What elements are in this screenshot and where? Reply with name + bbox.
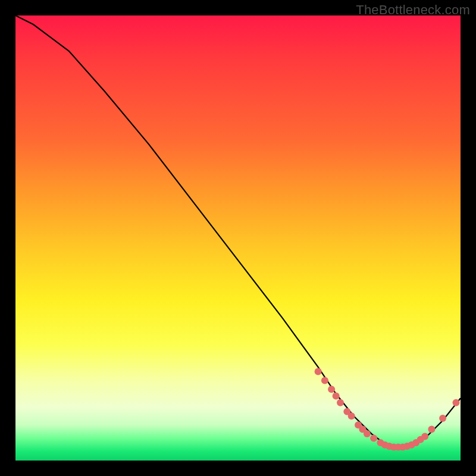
data-marker bbox=[337, 399, 344, 406]
data-marker bbox=[428, 426, 435, 433]
plot-area bbox=[15, 15, 461, 461]
bottleneck-curve bbox=[15, 15, 461, 447]
data-marker bbox=[348, 412, 355, 419]
data-marker bbox=[315, 368, 322, 375]
data-marker bbox=[453, 399, 460, 406]
chart-svg bbox=[15, 15, 461, 461]
data-marker bbox=[328, 386, 335, 393]
watermark-text: TheBottleneck.com bbox=[356, 2, 470, 18]
data-marker bbox=[321, 377, 328, 384]
chart-stage: TheBottleneck.com bbox=[0, 0, 476, 476]
data-marker bbox=[421, 433, 428, 440]
data-marker bbox=[439, 415, 446, 422]
data-marker bbox=[370, 435, 377, 442]
data-marker bbox=[364, 430, 371, 437]
data-marker bbox=[333, 393, 340, 400]
marker-layer bbox=[315, 368, 460, 450]
